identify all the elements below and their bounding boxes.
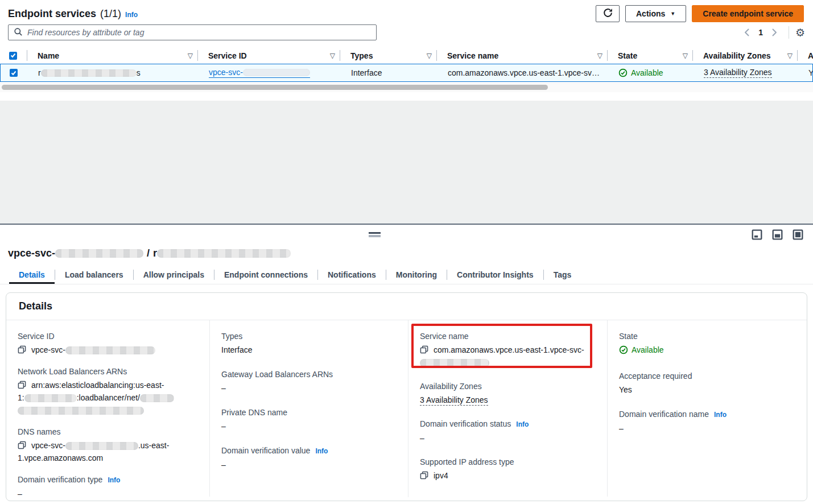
column-header-name[interactable]: Name ▽ xyxy=(27,48,198,63)
tab-tags[interactable]: Tags xyxy=(544,266,581,284)
field-domain-verification-status: Domain verification statusInfo – xyxy=(420,418,595,444)
preferences-gear-icon[interactable]: ⚙ xyxy=(795,27,805,38)
field-label: Network Load Balancers ARNs xyxy=(18,366,127,377)
select-all-checkbox[interactable] xyxy=(9,52,17,60)
field-service-name: Service name com.amazonaws.vpce.us-east-… xyxy=(420,331,595,369)
page-background xyxy=(0,101,813,224)
previous-page-button[interactable] xyxy=(739,26,754,39)
tab-label: Tags xyxy=(554,270,572,279)
info-link[interactable]: Info xyxy=(108,474,120,486)
field-value: – xyxy=(18,488,197,500)
field-value: – xyxy=(420,432,595,444)
panel-size-medium-button[interactable] xyxy=(772,229,783,240)
field-label: Private DNS name xyxy=(221,407,287,418)
field-label: Service name xyxy=(420,331,469,342)
info-link[interactable]: Info xyxy=(516,419,529,430)
panel-size-small-button[interactable] xyxy=(752,229,762,240)
column-header-acceptance[interactable]: Acceptance required xyxy=(798,48,813,63)
tab-endpoint-connections[interactable]: Endpoint connections xyxy=(214,266,317,284)
details-column-2: Types Interface Gateway Load Balancers A… xyxy=(209,320,408,497)
column-header-label: Service name xyxy=(447,51,498,60)
field-value: Interface xyxy=(221,344,395,356)
service-id-link[interactable]: vpce-svc- xyxy=(209,68,310,78)
tab-label: Notifications xyxy=(328,270,376,279)
field-value: Yes xyxy=(619,383,794,396)
copy-icon[interactable] xyxy=(18,381,26,389)
tab-allow-principals[interactable]: Allow principals xyxy=(134,266,214,284)
sort-filter-icon[interactable]: ▽ xyxy=(597,52,602,60)
search-input[interactable] xyxy=(27,28,371,37)
refresh-icon xyxy=(603,8,613,19)
availability-zones-link[interactable]: 3 Availability Zones xyxy=(420,395,488,406)
sort-filter-icon[interactable]: ▽ xyxy=(188,52,193,60)
sort-filter-icon[interactable]: ▽ xyxy=(787,52,793,60)
caret-down-icon: ▼ xyxy=(670,11,675,16)
state-badge: Available xyxy=(618,68,663,77)
field-acceptance-required: Acceptance required Yes xyxy=(619,370,794,396)
field-value: vpce-svc- xyxy=(31,345,65,354)
tab-load-balancers[interactable]: Load balancers xyxy=(55,266,133,284)
create-endpoint-service-button[interactable]: Create endpoint service xyxy=(692,5,804,22)
service-id-text: vpce-svc- xyxy=(209,68,243,77)
availability-zones-link[interactable]: 3 Availability Zones xyxy=(704,68,772,78)
info-link[interactable]: Info xyxy=(315,445,328,457)
tab-details[interactable]: Details xyxy=(9,266,55,284)
row-checkbox[interactable] xyxy=(10,69,18,77)
column-header-label: Types xyxy=(350,51,373,60)
create-button-label: Create endpoint service xyxy=(703,9,793,18)
field-value: .us-east- xyxy=(138,441,169,450)
next-page-button[interactable] xyxy=(767,26,782,39)
info-link[interactable]: Info xyxy=(714,409,727,420)
field-label: State xyxy=(619,331,638,342)
field-label: Supported IP address type xyxy=(420,456,514,468)
details-split-panel: vpce-svc-/r Details Load balancers Allow… xyxy=(0,224,813,504)
toolbar-buttons: Actions ▼ Create endpoint service xyxy=(596,5,804,22)
field-label: DNS names xyxy=(18,426,60,437)
details-card: Details Service ID vpce-svc- Network Loa… xyxy=(6,292,807,501)
refresh-button[interactable] xyxy=(596,5,620,22)
horizontal-scrollbar xyxy=(0,82,813,92)
actions-button[interactable]: Actions ▼ xyxy=(625,5,686,22)
cell-state: Available xyxy=(608,68,694,77)
horizontal-scrollbar-thumb[interactable] xyxy=(2,85,548,90)
column-header-service-name[interactable]: Service name ▽ xyxy=(437,48,608,63)
tab-notifications[interactable]: Notifications xyxy=(318,266,386,284)
panel-size-controls xyxy=(752,229,803,240)
cell-service-name-text: com.amazonaws.vpce.us-east-1.vpce-sv… xyxy=(448,68,600,77)
panel-size-large-button[interactable] xyxy=(793,229,803,240)
field-value: 1.vpce.amazonaws.com xyxy=(18,453,103,462)
search-box xyxy=(8,24,377,40)
current-page-number[interactable]: 1 xyxy=(755,28,766,37)
sort-filter-icon[interactable]: ▽ xyxy=(427,52,432,60)
table-row[interactable]: rs vpce-svc- Interface com.amazonaws.vpc… xyxy=(0,64,813,82)
tab-label: Contributor Insights xyxy=(457,270,534,279)
sort-filter-icon[interactable]: ▽ xyxy=(330,52,335,60)
check-circle-icon xyxy=(619,345,628,354)
field-supported-ip-type: Supported IP address type ipv4 xyxy=(420,456,595,482)
field-value: arn:aws:elasticloadbalancing:us-east- xyxy=(31,381,164,390)
column-header-types[interactable]: Types ▽ xyxy=(340,48,437,63)
copy-icon[interactable] xyxy=(18,345,26,354)
column-header-service-id[interactable]: Service ID ▽ xyxy=(198,48,340,63)
details-column-1: Service ID vpce-svc- Network Load Balanc… xyxy=(6,320,209,504)
field-label: Domain verification value xyxy=(221,445,310,456)
tab-label: Load balancers xyxy=(65,270,123,279)
cell-types: Interface xyxy=(341,68,438,77)
panel-resize-handle[interactable] xyxy=(369,232,381,237)
info-link[interactable]: Info xyxy=(125,11,138,19)
resource-count: (1/1) xyxy=(100,8,121,20)
tab-contributor-insights[interactable]: Contributor Insights xyxy=(447,266,543,284)
copy-icon[interactable] xyxy=(18,441,26,449)
tab-monitoring[interactable]: Monitoring xyxy=(386,266,447,284)
state-text: Available xyxy=(632,344,664,356)
field-service-id: Service ID vpce-svc- xyxy=(18,331,197,356)
column-header-availability-zones[interactable]: Availability Zones ▽ xyxy=(693,48,798,63)
cell-types-text: Interface xyxy=(351,68,382,77)
cell-acceptance-text: Yes xyxy=(808,68,812,77)
copy-icon[interactable] xyxy=(420,471,428,480)
page-header: Endpoint services (1/1) Info Actions ▼ C… xyxy=(8,5,804,23)
sort-filter-icon[interactable]: ▽ xyxy=(683,52,688,60)
field-label: Domain verification name xyxy=(619,408,709,420)
copy-icon[interactable] xyxy=(420,345,428,354)
column-header-state[interactable]: State ▽ xyxy=(608,48,693,63)
